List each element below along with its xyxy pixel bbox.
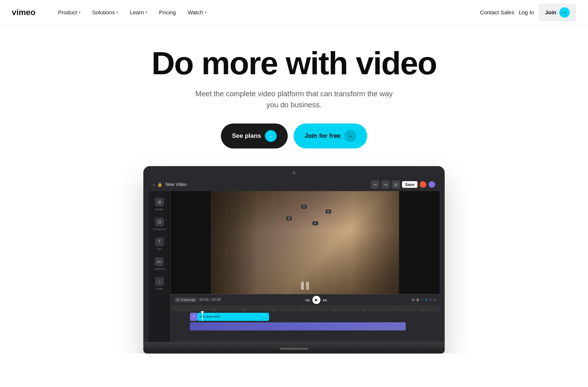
text-clip[interactable]: Title Goes Here — [197, 313, 269, 321]
arrow-icon: → — [559, 7, 570, 18]
lock-icon: 🔒 — [157, 182, 162, 187]
nav-right: Contact Sales Log In Join → — [480, 4, 576, 21]
profile-icon — [429, 181, 435, 188]
media-label: Media — [155, 208, 164, 211]
video-track — [185, 322, 425, 330]
audio-tool[interactable]: ♪ Audio — [153, 275, 166, 293]
video-label-d: D — [326, 209, 331, 214]
laptop-base — [143, 342, 445, 350]
timeline-right: ⊞ 🗑 − ⊙ + ⤢ — [412, 298, 436, 302]
timeline-tracks: T Title Goes Here — [171, 311, 440, 342]
captions-icon: a/o — [155, 257, 164, 266]
ruler-mark: 1 — [185, 309, 215, 311]
text-track: T Title Goes Here — [185, 313, 425, 321]
chevron-down-icon: ▾ — [205, 10, 207, 14]
timeline-left: ⊟ Transcript 00:06 / 00:80 — [174, 297, 221, 302]
playhead — [202, 313, 203, 321]
captions-label: Captions — [154, 267, 165, 270]
video-label-g: G — [286, 216, 292, 221]
nav-pricing[interactable]: Pricing — [154, 6, 181, 18]
editor-main: H G D C ⊟ — [171, 191, 440, 342]
video-canvas: H G D C — [171, 191, 440, 294]
login-link[interactable]: Log In — [519, 9, 534, 15]
topbar-title: New Video — [165, 182, 187, 187]
laptop-notch — [279, 348, 309, 350]
laptop-screen: ‹ 🔒 New Video ↩ ↪ ⊟ Save — [148, 178, 440, 342]
audio-icon: ♪ — [155, 277, 164, 286]
templates-label: Templates — [153, 227, 166, 231]
chevron-down-icon: ▾ — [116, 10, 118, 14]
join-free-button[interactable]: Join for free → — [294, 123, 367, 148]
logo[interactable]: vimeo — [12, 7, 41, 18]
text-clip-t[interactable]: T — [190, 313, 197, 321]
hero-buttons: See plans → Join for free → — [221, 123, 367, 148]
text-tool[interactable]: T Text — [153, 235, 166, 253]
expand-icon[interactable]: ⤢ — [433, 298, 436, 302]
audio-label: Audio — [155, 287, 163, 290]
zoom-in-icon[interactable]: + — [429, 298, 431, 302]
laptop-foot — [143, 350, 445, 354]
captions-icon[interactable]: ⊟ — [392, 180, 400, 189]
nav-solutions[interactable]: Solutions ▾ — [87, 6, 123, 18]
timeline-controls: ⊟ Transcript 00:06 / 00:80 ⏮ ▶ ⏭ — [171, 294, 440, 305]
ruler-mark: 6 — [335, 309, 365, 311]
ruler-mark: 7 — [365, 309, 395, 311]
delete-icon[interactable]: 🗑 — [416, 298, 420, 302]
nav-watch[interactable]: Watch ▾ — [183, 6, 212, 18]
templates-tool[interactable]: ⊟ Templates — [150, 215, 168, 233]
nav-left: vimeo Product ▾ Solutions ▾ Learn ▾ Pric… — [12, 6, 212, 18]
text-icon: T — [155, 237, 164, 246]
navbar: vimeo Product ▾ Solutions ▾ Learn ▾ Pric… — [0, 0, 588, 25]
zoom-out-icon[interactable]: − — [421, 298, 423, 302]
main-video-clip[interactable] — [190, 322, 406, 330]
back-icon[interactable]: ‹ — [153, 182, 154, 187]
ruler-mark: 2 — [215, 309, 245, 311]
nav-learn[interactable]: Learn ▾ — [125, 6, 152, 18]
record-icon — [420, 181, 426, 188]
split-icon[interactable]: ⊞ — [412, 298, 415, 302]
screen-topbar: ‹ 🔒 New Video ↩ ↪ ⊟ Save — [148, 178, 440, 191]
captions-tool[interactable]: a/o Captions — [151, 255, 168, 273]
video-label-h: H — [301, 205, 307, 209]
editor-sidebar: ⊞ Media ⊟ Templates T Text a/o — [148, 191, 171, 342]
ruler-mark: 4 — [275, 309, 305, 311]
laptop-body: ‹ 🔒 New Video ↩ ↪ ⊟ Save — [143, 166, 445, 350]
ruler-mark: 3 — [245, 309, 275, 311]
arrow-icon: → — [344, 130, 356, 142]
skip-forward-icon[interactable]: ⏭ — [323, 297, 328, 303]
timeline-playback: ⏮ ▶ ⏭ — [305, 296, 328, 304]
contact-sales-link[interactable]: Contact Sales — [480, 9, 514, 15]
save-button[interactable]: Save — [402, 181, 417, 188]
hero-subtitle: Meet the complete video platform that ca… — [191, 88, 397, 110]
laptop-mockup: ‹ 🔒 New Video ↩ ↪ ⊟ Save — [143, 166, 445, 354]
chevron-down-icon: ▾ — [146, 10, 147, 14]
undo-icon[interactable]: ↩ — [371, 180, 379, 189]
ruler-mark: 8 — [395, 309, 425, 311]
timeline-time: 00:06 / 00:80 — [200, 298, 221, 302]
vimeo-logo-svg: vimeo — [12, 7, 41, 18]
svg-text:vimeo: vimeo — [12, 7, 36, 17]
zoom-slider[interactable]: ⊙ — [425, 298, 428, 302]
transcript-icon: ⊟ — [176, 298, 179, 302]
video-preview: H G D C — [211, 191, 399, 294]
transcript-button[interactable]: ⊟ Transcript — [174, 297, 197, 302]
timeline: ⊟ Transcript 00:06 / 00:80 ⏮ ▶ ⏭ — [171, 294, 440, 342]
ruler-mark: 5 — [305, 309, 335, 311]
templates-icon: ⊟ — [155, 218, 164, 226]
arrow-icon: → — [265, 130, 277, 142]
chevron-down-icon: ▾ — [79, 10, 80, 14]
skip-back-icon[interactable]: ⏮ — [305, 297, 310, 303]
play-button[interactable]: ▶ — [312, 296, 320, 304]
topbar-right: ↩ ↪ ⊟ Save — [371, 180, 435, 189]
redo-icon[interactable]: ↪ — [381, 180, 390, 189]
join-button[interactable]: Join → — [538, 4, 576, 21]
timeline-ruler: 1 2 3 4 5 6 7 8 — [171, 305, 440, 311]
nav-product[interactable]: Product ▾ — [53, 6, 86, 18]
screen-body: ⊞ Media ⊟ Templates T Text a/o — [148, 191, 440, 342]
see-plans-button[interactable]: See plans → — [221, 123, 287, 148]
ruler-marks: 1 2 3 4 5 6 7 8 — [171, 305, 440, 311]
media-tool[interactable]: ⊞ Media — [153, 196, 166, 213]
hero-section: Do more with video Meet the complete vid… — [0, 25, 588, 354]
topbar-left: ‹ 🔒 New Video — [153, 182, 187, 187]
video-label-c: C — [312, 221, 318, 225]
